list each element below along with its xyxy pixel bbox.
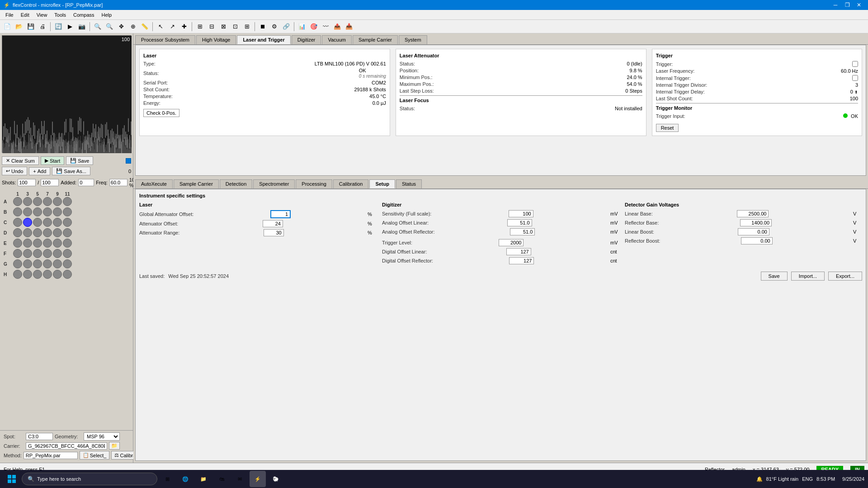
tb-zoom-out[interactable]: 🔍 [104,21,115,32]
tab-processing[interactable]: Processing [296,179,332,188]
tab-status[interactable]: Status [396,179,422,188]
well[interactable] [23,228,32,237]
well[interactable] [23,197,32,206]
well[interactable] [43,197,52,206]
well[interactable] [53,270,62,279]
well[interactable] [53,259,62,268]
analog-reflector-input[interactable] [510,228,535,235]
tab-processor[interactable]: Processor Subsystem [135,35,195,44]
well[interactable] [53,207,62,216]
well[interactable] [43,239,52,248]
tb-link[interactable]: 🔗 [281,21,292,32]
digital-linear-input[interactable] [506,248,531,255]
tb-refresh[interactable]: 🔄 [53,21,64,32]
spot-input[interactable] [26,433,53,440]
well[interactable] [43,218,52,227]
well[interactable] [63,259,72,268]
add-button[interactable]: + Add [29,167,50,175]
taskbar-mail[interactable]: ✉ [231,471,248,487]
well[interactable] [43,259,52,268]
restore-button[interactable]: ❐ [842,0,853,10]
well[interactable] [53,249,62,258]
check-0-pos-button[interactable]: Check 0-Pos. [143,109,179,117]
tb-pan[interactable]: ✥ [116,21,127,32]
clear-sum-button[interactable]: ✕ Clear Sum [2,156,39,165]
save-button[interactable]: 💾 Save [66,156,93,165]
well[interactable] [33,249,42,258]
att-range-input[interactable] [264,229,284,236]
tb-settings[interactable]: ⚙ [269,21,280,32]
well[interactable] [43,249,52,258]
setup-save-button[interactable]: Save [761,272,788,281]
menu-compass[interactable]: Compass [70,11,98,19]
tab-digitizer[interactable]: Digitizer [292,35,321,44]
well[interactable] [63,270,72,279]
menu-view[interactable]: View [33,11,51,19]
tab-system[interactable]: System [399,35,427,44]
tab-autoxecute[interactable]: AutoXecute [135,179,173,188]
well[interactable] [13,228,22,237]
well[interactable] [13,239,22,248]
well[interactable] [53,239,62,248]
tb-grid4[interactable]: ⊡ [230,21,241,32]
tb-grid2[interactable]: ⊟ [206,21,217,32]
well[interactable] [43,228,52,237]
well[interactable] [23,207,32,216]
geometry-select[interactable]: MSP 96 [84,432,120,441]
well[interactable] [23,259,32,268]
carrier-browse-button[interactable]: 📁 [109,442,120,450]
reflector-boost-input[interactable] [741,237,773,244]
tb-cursor[interactable]: ↖ [155,21,166,32]
well[interactable] [13,270,22,279]
tb-grid5[interactable]: ⊞ [241,21,252,32]
start-button[interactable]: ▶ Start [41,156,64,165]
tb-print[interactable]: 🖨 [37,21,48,32]
tb-measure[interactable]: 📏 [139,21,150,32]
tb-import[interactable]: 📥 [344,21,354,32]
tab-sample-carrier-bottom[interactable]: Sample Carrier [174,179,219,188]
tb-save-tb[interactable]: 💾 [25,21,36,32]
tab-sample-carrier[interactable]: Sample Carrier [353,35,398,44]
reflector-base-input[interactable] [740,219,772,226]
reset-button[interactable]: Reset [656,124,679,132]
tb-grid1[interactable]: ⊞ [194,21,205,32]
tb-zoom-in[interactable]: 🔍 [92,21,103,32]
att-offset-input[interactable] [263,220,283,227]
tb-play[interactable]: ▶ [65,21,75,32]
well[interactable] [33,218,42,227]
close-button[interactable]: ✕ [854,0,864,10]
tb-grid3[interactable]: ⊠ [218,21,229,32]
well[interactable] [23,249,32,258]
well[interactable] [53,218,62,227]
trigger-level-input[interactable] [499,239,524,246]
tab-high-voltage[interactable]: High Voltage [196,35,236,44]
well[interactable] [33,207,42,216]
menu-file[interactable]: File [2,11,17,19]
trigger-checkbox[interactable] [852,61,858,67]
taskbar-explorer[interactable]: 📁 [195,471,212,487]
sensitivity-input[interactable] [509,210,533,217]
tab-vacuum[interactable]: Vacuum [322,35,352,44]
tab-calibration[interactable]: Calibration [333,179,369,188]
freq-input[interactable] [109,179,127,186]
taskbar-store[interactable]: 🛍 [213,471,230,487]
tb-export[interactable]: 📤 [332,21,343,32]
undo-button[interactable]: ↩ Undo [2,167,27,175]
menu-edit[interactable]: Edit [17,11,33,19]
well[interactable] [63,239,72,248]
carrier-input[interactable] [26,442,107,450]
taskbar-flexcontrol[interactable]: ⚡ [250,471,266,487]
tb-cross[interactable]: ✚ [179,21,189,32]
tb-arrow[interactable]: ↗ [167,21,178,32]
well[interactable] [33,259,42,268]
select-button[interactable]: 📋 Select_ [80,451,110,460]
well[interactable] [23,270,32,279]
shots-input1[interactable] [18,179,36,186]
tb-cam[interactable]: 📷 [76,21,87,32]
well[interactable] [63,197,72,206]
well[interactable] [23,239,32,248]
well[interactable] [23,218,32,227]
minimize-button[interactable]: ─ [830,0,841,10]
added-input[interactable] [78,179,94,186]
well[interactable] [33,197,42,206]
